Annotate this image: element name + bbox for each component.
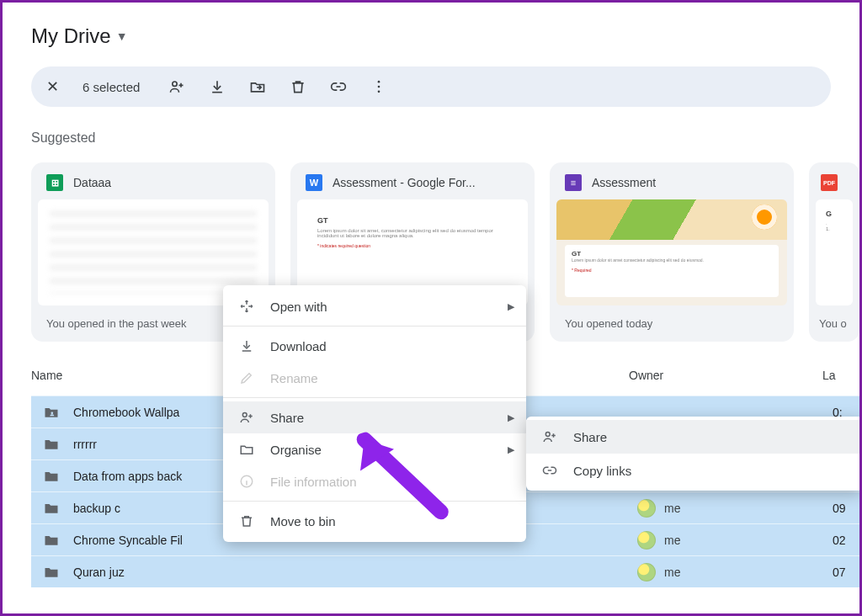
file-lastmod: 09 [833, 502, 859, 515]
submenu-copy-links[interactable]: Copy links [526, 454, 862, 487]
folder-icon [43, 532, 60, 549]
menu-label: Share [270, 411, 304, 425]
download-icon [238, 338, 255, 353]
avatar [637, 563, 656, 581]
trash-icon[interactable] [290, 78, 306, 95]
move-icon[interactable] [249, 78, 266, 95]
menu-open-with[interactable]: Open with ▶ [223, 290, 526, 322]
avatar [637, 531, 656, 550]
menu-label: Organise [270, 443, 322, 457]
folder-shared-icon [43, 404, 60, 421]
folder-icon [43, 468, 60, 485]
open-with-icon [238, 299, 255, 314]
svg-point-4 [51, 412, 54, 414]
menu-label: Share [573, 430, 607, 444]
trash-icon [238, 513, 255, 528]
forms-icon: ≡ [565, 174, 582, 191]
chevron-right-icon: ▶ [508, 412, 514, 423]
menu-label: Move to bin [270, 514, 336, 528]
file-owner: me [637, 499, 833, 518]
card-title: Dataaa [73, 176, 111, 189]
menu-label: Open with [270, 300, 327, 314]
menu-rename: Rename [223, 362, 526, 394]
avatar [637, 499, 656, 518]
card-footer: You opened today [550, 305, 794, 342]
svg-point-3 [378, 91, 380, 93]
submenu-share[interactable]: Share [526, 420, 862, 454]
svg-point-7 [545, 433, 550, 437]
col-last[interactable]: La [822, 369, 836, 382]
menu-label: Rename [270, 371, 318, 385]
docs-icon: W [306, 174, 322, 191]
suggested-card[interactable]: PDF G·1. You o [809, 162, 859, 342]
link-icon [541, 463, 558, 478]
chevron-right-icon: ▶ [508, 301, 514, 312]
more-icon[interactable] [370, 78, 387, 95]
menu-label: Copy links [573, 464, 631, 478]
file-lastmod: 02 [833, 534, 859, 547]
share-icon [238, 410, 255, 425]
selection-toolbar: ✕ 6 selected [31, 66, 831, 107]
card-title: Assessment - Google For... [333, 176, 476, 189]
selection-count: 6 selected [82, 80, 140, 94]
card-title: Assessment [592, 176, 656, 189]
svg-point-2 [378, 86, 380, 88]
svg-point-1 [378, 81, 380, 83]
file-owner: me [637, 531, 833, 550]
folder-icon [43, 500, 60, 517]
caret-down-icon: ▼ [116, 29, 128, 43]
pdf-icon: PDF [821, 174, 838, 191]
card-preview: G·1. [816, 199, 853, 305]
menu-label: File information [270, 475, 357, 489]
folder-icon [43, 564, 60, 581]
svg-point-0 [173, 82, 177, 86]
chevron-right-icon: ▶ [508, 444, 514, 455]
folder-icon [43, 436, 60, 453]
share-submenu: Share Copy links [526, 417, 862, 491]
close-icon[interactable]: ✕ [46, 77, 59, 96]
rename-icon [238, 370, 255, 385]
card-footer: You o [809, 305, 859, 342]
share-person-icon[interactable] [168, 78, 185, 95]
organise-icon [238, 442, 255, 457]
table-row[interactable]: Quran juz me 07 [31, 555, 859, 587]
file-lastmod: 07 [833, 566, 859, 579]
file-owner: me [637, 563, 833, 581]
breadcrumb[interactable]: My Drive ▼ [3, 3, 859, 48]
share-icon [541, 429, 558, 444]
download-icon[interactable] [209, 78, 226, 95]
sheets-icon: ⊞ [46, 174, 63, 191]
suggested-label: Suggested [31, 130, 859, 146]
menu-download[interactable]: Download [223, 330, 526, 362]
link-icon[interactable] [330, 78, 347, 95]
breadcrumb-title: My Drive [31, 24, 111, 48]
menu-label: Download [270, 339, 327, 353]
info-icon [238, 474, 255, 489]
svg-point-5 [242, 413, 247, 417]
card-preview: GTLorem ipsum dolor sit amet consectetur… [556, 199, 787, 305]
file-name: Quran juz [73, 566, 637, 579]
col-owner[interactable]: Owner [629, 369, 822, 382]
suggested-card[interactable]: ≡ Assessment GTLorem ipsum dolor sit ame… [550, 162, 794, 342]
